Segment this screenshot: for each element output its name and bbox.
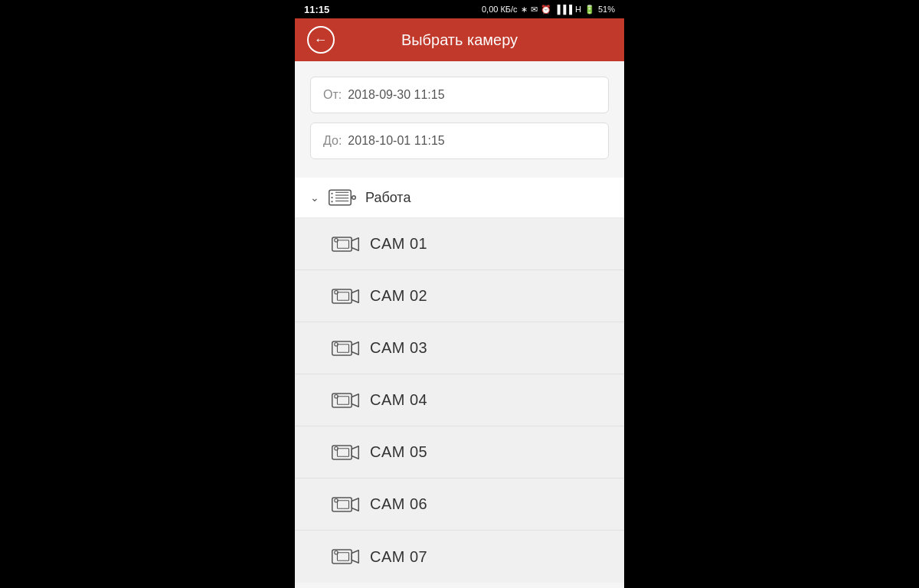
date-from-value: 2018-09-30 11:15 xyxy=(348,88,444,102)
date-section: От: 2018-09-30 11:15 До: 2018-10-01 11:1… xyxy=(295,61,624,159)
camera-icon xyxy=(332,234,359,254)
camera-name: CAM 03 xyxy=(370,339,427,357)
group-section: ⌄ xyxy=(295,178,624,583)
svg-rect-28 xyxy=(338,448,349,456)
network-speed: 0,00 КБ/с xyxy=(482,5,518,14)
page-title: Выбрать камеру xyxy=(335,31,584,49)
camera-name: CAM 02 xyxy=(370,287,427,305)
svg-point-8 xyxy=(352,196,356,200)
camera-list: CAM 01 CAM 02 xyxy=(295,218,624,583)
svg-rect-20 xyxy=(338,344,349,352)
camera-icon xyxy=(332,390,359,410)
camera-icon xyxy=(332,338,359,358)
camera-name: CAM 07 xyxy=(370,548,427,566)
svg-rect-24 xyxy=(338,396,349,404)
svg-marker-25 xyxy=(352,394,358,407)
camera-item-cam-04[interactable]: CAM 04 xyxy=(295,374,624,426)
camera-name: CAM 06 xyxy=(370,495,427,513)
svg-point-3 xyxy=(331,201,332,202)
svg-marker-21 xyxy=(352,341,358,354)
svg-marker-33 xyxy=(352,498,358,511)
svg-marker-29 xyxy=(352,446,358,459)
camera-icon xyxy=(332,495,359,514)
svg-point-1 xyxy=(331,193,332,194)
date-from-field[interactable]: От: 2018-09-30 11:15 xyxy=(310,77,609,113)
dvr-icon xyxy=(329,188,356,207)
svg-rect-12 xyxy=(338,240,349,248)
date-to-value: 2018-10-01 11:15 xyxy=(348,134,444,148)
svg-marker-37 xyxy=(352,550,358,564)
camera-item-cam-05[interactable]: CAM 05 xyxy=(295,426,624,479)
signal-icon: ▐▐▐ xyxy=(554,5,572,14)
status-time: 11:15 xyxy=(304,4,329,15)
bluetooth-icon: ∗ xyxy=(521,5,528,15)
svg-marker-13 xyxy=(352,237,358,250)
content-area: От: 2018-09-30 11:15 До: 2018-10-01 11:1… xyxy=(295,61,624,588)
wifi-icon: ✉ xyxy=(531,5,538,15)
date-from-label: От: xyxy=(323,88,342,102)
camera-name: CAM 05 xyxy=(370,443,427,461)
camera-item-cam-07[interactable]: CAM 07 xyxy=(295,531,624,583)
svg-rect-36 xyxy=(338,553,349,561)
status-right: 0,00 КБ/с ∗ ✉ ⏰ ▐▐▐ H 🔋 51% xyxy=(482,5,615,15)
svg-rect-16 xyxy=(338,292,349,300)
svg-rect-32 xyxy=(338,500,349,508)
svg-point-2 xyxy=(331,197,332,198)
camera-icon xyxy=(332,286,359,306)
camera-name: CAM 01 xyxy=(370,235,427,253)
date-to-label: До: xyxy=(323,134,342,148)
battery-level: 51% xyxy=(598,5,615,14)
back-arrow-icon: ← xyxy=(314,33,328,47)
group-name: Работа xyxy=(365,190,410,206)
back-button[interactable]: ← xyxy=(307,26,335,54)
camera-item-cam-01[interactable]: CAM 01 xyxy=(295,218,624,270)
chevron-down-icon: ⌄ xyxy=(310,191,319,204)
camera-item-cam-02[interactable]: CAM 02 xyxy=(295,270,624,322)
camera-item-cam-06[interactable]: CAM 06 xyxy=(295,479,624,531)
camera-icon xyxy=(332,547,359,567)
camera-icon xyxy=(332,443,359,462)
camera-name: CAM 04 xyxy=(370,391,427,409)
svg-marker-17 xyxy=(352,289,358,302)
phone-frame: 11:15 0,00 КБ/с ∗ ✉ ⏰ ▐▐▐ H 🔋 51% ← Выбр… xyxy=(295,0,624,588)
camera-item-cam-03[interactable]: CAM 03 xyxy=(295,322,624,374)
status-bar: 11:15 0,00 КБ/с ∗ ✉ ⏰ ▐▐▐ H 🔋 51% xyxy=(295,0,624,18)
app-header: ← Выбрать камеру xyxy=(295,18,624,61)
network-type: H xyxy=(575,5,581,14)
group-header[interactable]: ⌄ xyxy=(295,178,624,218)
battery-icon: 🔋 xyxy=(584,5,595,15)
alarm-icon: ⏰ xyxy=(541,5,551,15)
date-to-field[interactable]: До: 2018-10-01 11:15 xyxy=(310,122,609,159)
